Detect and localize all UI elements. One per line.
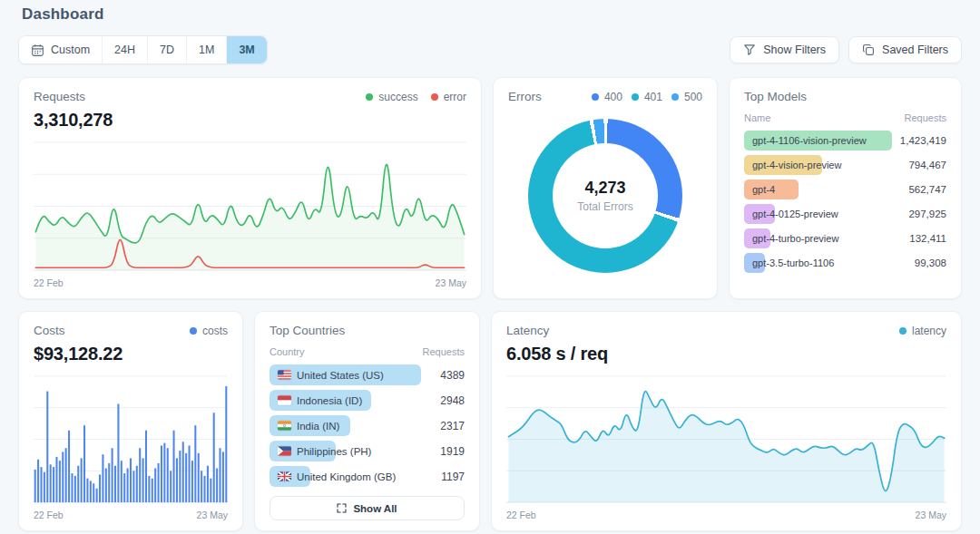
model-requests-value: 562,747 — [899, 184, 946, 195]
errors-card-title: Errors — [508, 90, 542, 103]
model-requests-value: 794,467 — [899, 160, 946, 170]
show-filters-button[interactable]: Show Filters — [730, 36, 839, 63]
latency-card: Latency latency 6.058 s / req 22 Feb 23 … — [491, 311, 962, 531]
model-name: gpt-4-turbo-preview — [752, 233, 838, 244]
range-label: 7D — [160, 44, 174, 56]
legend-label: 400 — [604, 91, 622, 103]
show-all-button[interactable]: Show All — [270, 496, 465, 520]
top-models-card-title: Top Models — [744, 90, 807, 103]
errors-donut-chart[interactable]: 4,273 Total Errors — [528, 119, 682, 273]
legend-dot-icon — [431, 93, 438, 101]
country-row: Philippines (PH)1919 — [270, 441, 465, 461]
toolbar-right: Show Filters Saved Filters — [730, 36, 962, 63]
costs-bar-chart[interactable] — [34, 374, 228, 505]
top-models-table-header: Name Requests — [744, 112, 946, 123]
requests-x-axis: 22 Feb 23 May — [34, 277, 466, 288]
model-name: gpt-4-1106-vision-preview — [752, 135, 867, 146]
legend-dot-icon — [592, 93, 599, 101]
country-requests-value: 4389 — [428, 369, 465, 382]
country-name: Philippines (PH) — [278, 446, 371, 457]
column-name-header: Name — [744, 112, 770, 123]
legend-item-costs[interactable]: costs — [190, 325, 228, 337]
top-models-rows: gpt-4-1106-vision-preview1,423,419gpt-4-… — [744, 131, 946, 273]
model-name: gpt-3.5-turbo-1106 — [752, 257, 834, 268]
column-requests-header: Requests — [423, 346, 465, 357]
errors-legend: 400401500 — [592, 91, 702, 103]
saved-filters-button[interactable]: Saved Filters — [848, 36, 962, 63]
model-bar-container: gpt-4-0125-preview — [744, 204, 892, 224]
model-bar-container: gpt-4-vision-preview — [744, 155, 892, 175]
flag-us-icon — [278, 370, 291, 380]
model-requests-value: 297,925 — [899, 209, 946, 219]
legend-item-500[interactable]: 500 — [671, 91, 702, 103]
top-countries-card: Top Countries Country Requests United St… — [254, 311, 480, 531]
range-label: 1M — [199, 44, 214, 56]
show-all-label: Show All — [353, 503, 397, 514]
x-axis-start-label: 22 Feb — [506, 510, 536, 520]
legend-dot-icon — [366, 93, 373, 101]
legend-item-latency[interactable]: latency — [899, 325, 946, 337]
latency-card-title: Latency — [506, 324, 549, 337]
errors-card: Errors 400401500 4,273 Total Errors — [493, 77, 718, 299]
show-filters-label: Show Filters — [763, 44, 826, 56]
filter-funnel-icon — [743, 44, 756, 56]
legend-dot-icon — [632, 93, 639, 101]
x-axis-end-label: 23 May — [436, 277, 466, 288]
costs-total-value: $93,128.22 — [34, 344, 228, 364]
country-requests-value: 2948 — [428, 394, 465, 407]
dashboard-page: Dashboard Custom24H7D1M3M Show Filters S… — [18, 5, 962, 531]
country-row: India (IN)2317 — [270, 415, 465, 436]
range-button-1m[interactable]: 1M — [187, 36, 227, 63]
saved-filters-copy-icon — [862, 44, 875, 56]
flag-ph-icon — [278, 446, 291, 456]
expand-icon — [337, 503, 347, 513]
top-models-card: Top Models Name Requests gpt-4-1106-visi… — [729, 77, 962, 299]
country-row: United States (US)4389 — [270, 364, 465, 385]
page-title: Dashboard — [22, 5, 962, 24]
model-row: gpt-4-vision-preview794,467 — [744, 155, 946, 175]
latency-area-chart[interactable] — [506, 374, 946, 505]
legend-dot-icon — [671, 93, 679, 101]
model-bar-container: gpt-4 — [744, 180, 892, 199]
total-errors-value: 4,273 — [584, 179, 625, 198]
country-name: India (IN) — [278, 421, 339, 432]
country-bar-container: Philippines (PH) — [270, 441, 421, 461]
flag-id-icon — [278, 395, 291, 405]
latency-legend: latency — [899, 325, 946, 337]
model-requests-value: 1,423,419 — [899, 135, 946, 146]
model-bar-container: gpt-4-1106-vision-preview — [744, 131, 892, 150]
legend-item-401[interactable]: 401 — [632, 91, 662, 103]
range-label: Custom — [51, 44, 90, 56]
donut-center: 4,273 Total Errors — [553, 143, 658, 248]
range-label: 24H — [114, 44, 135, 56]
model-bar-container: gpt-3.5-turbo-1106 — [744, 253, 892, 273]
x-axis-end-label: 23 May — [197, 510, 228, 520]
range-button-custom[interactable]: Custom — [19, 36, 103, 63]
latency-x-axis: 22 Feb 23 May — [506, 510, 946, 520]
model-requests-value: 132,411 — [899, 233, 946, 244]
legend-item-error[interactable]: error — [431, 91, 466, 103]
column-requests-header: Requests — [905, 112, 946, 123]
top-countries-rows: United States (US)4389Indonesia (ID)2948… — [270, 364, 465, 487]
country-bar-container: Indonesia (ID) — [270, 390, 421, 411]
legend-item-400[interactable]: 400 — [592, 91, 622, 103]
model-row: gpt-4-1106-vision-preview1,423,419 — [744, 131, 946, 150]
top-countries-card-title: Top Countries — [270, 324, 345, 337]
requests-line-chart[interactable] — [34, 140, 466, 273]
range-button-7d[interactable]: 7D — [148, 36, 187, 63]
range-button-3m[interactable]: 3M — [227, 36, 266, 63]
legend-dot-icon — [899, 327, 906, 335]
legend-label: error — [444, 91, 466, 103]
legend-label: 500 — [684, 91, 702, 103]
model-requests-value: 99,308 — [899, 257, 946, 268]
costs-card-title: Costs — [34, 324, 65, 337]
country-requests-value: 1919 — [428, 445, 465, 458]
legend-label: costs — [202, 325, 228, 337]
legend-label: success — [378, 91, 417, 103]
costs-x-axis: 22 Feb 23 May — [34, 510, 228, 520]
legend-item-success[interactable]: success — [366, 91, 417, 103]
country-requests-value: 2317 — [428, 420, 465, 432]
country-name: United States (US) — [278, 370, 384, 381]
country-requests-value: 1197 — [428, 471, 465, 483]
range-button-24h[interactable]: 24H — [103, 36, 148, 63]
